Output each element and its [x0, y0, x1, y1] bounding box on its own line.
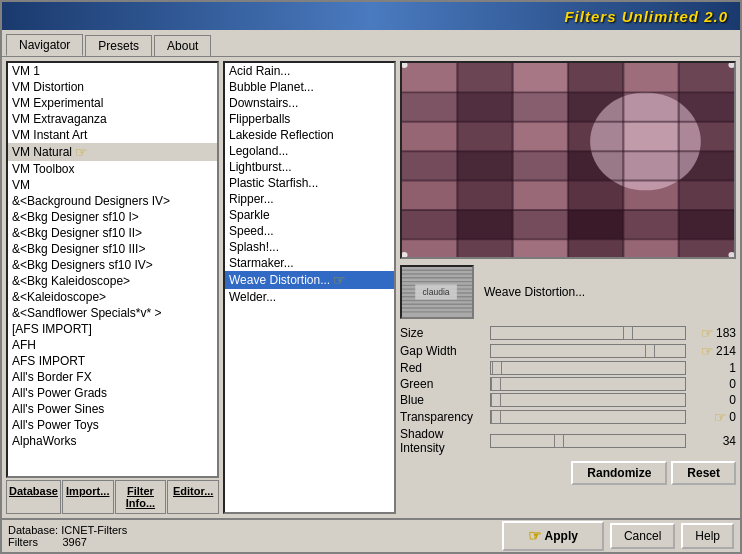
left-list-item[interactable]: VM: [8, 177, 217, 193]
left-list-item[interactable]: All's Border FX: [8, 369, 217, 385]
param-arrow-icon: ☞: [714, 409, 727, 425]
apply-button[interactable]: ☞ Apply: [502, 521, 604, 551]
preview-box: [400, 61, 736, 259]
middle-list-item[interactable]: Plastic Starfish...: [225, 175, 394, 191]
middle-list-item[interactable]: Downstairs...: [225, 95, 394, 111]
param-slider[interactable]: [490, 326, 686, 340]
middle-list-item[interactable]: Welder...: [225, 289, 394, 305]
editor-button[interactable]: Editor...: [167, 480, 219, 514]
param-value-text: 0: [729, 410, 736, 424]
left-list-item[interactable]: All's Power Toys: [8, 417, 217, 433]
left-list-item[interactable]: All's Power Grads: [8, 385, 217, 401]
left-list-item[interactable]: &<Bkg Designers sf10 IV>: [8, 257, 217, 273]
hand-icon: ☞: [333, 272, 346, 288]
left-list-item[interactable]: AlphaWorks: [8, 433, 217, 449]
title-bar: Filters Unlimited 2.0: [2, 2, 740, 30]
main-window: Filters Unlimited 2.0 Navigator Presets …: [0, 0, 742, 554]
left-list-item[interactable]: VM Experimental: [8, 95, 217, 111]
left-list-item[interactable]: VM Natural☞: [8, 143, 217, 161]
middle-list-item[interactable]: Flipperballs: [225, 111, 394, 127]
right-actions: Randomize Reset: [400, 461, 736, 485]
middle-list-item[interactable]: Acid Rain...: [225, 63, 394, 79]
param-slider[interactable]: [490, 377, 686, 391]
param-value: 0: [686, 377, 736, 391]
left-list-item[interactable]: VM Extravaganza: [8, 111, 217, 127]
param-slider[interactable]: [490, 410, 686, 424]
param-value: 34: [686, 434, 736, 448]
filter-thumbnail: claudia: [400, 265, 474, 319]
param-label: Blue: [400, 393, 490, 407]
randomize-button[interactable]: Randomize: [571, 461, 667, 485]
tab-navigator[interactable]: Navigator: [6, 34, 83, 56]
middle-list-item[interactable]: Sparkle: [225, 207, 394, 223]
param-slider[interactable]: [490, 361, 686, 375]
param-row: Shadow Intensity34: [400, 427, 736, 455]
left-list-item[interactable]: &<Bkg Designer sf10 III>: [8, 241, 217, 257]
left-list-item[interactable]: [AFS IMPORT]: [8, 321, 217, 337]
left-list-item[interactable]: AFH: [8, 337, 217, 353]
param-arrow-icon: ☞: [701, 325, 714, 341]
left-list-item[interactable]: &<Bkg Kaleidoscope>: [8, 273, 217, 289]
param-slider[interactable]: [490, 344, 686, 358]
tabs-row: Navigator Presets About: [2, 30, 740, 57]
param-slider[interactable]: [490, 393, 686, 407]
param-label: Size: [400, 326, 490, 340]
main-content: VM 1VM DistortionVM ExperimentalVM Extra…: [2, 57, 740, 518]
param-row: Size☞183: [400, 325, 736, 341]
reset-button[interactable]: Reset: [671, 461, 736, 485]
middle-list-item[interactable]: Splash!...: [225, 239, 394, 255]
tab-presets[interactable]: Presets: [85, 35, 152, 56]
param-value-text: 1: [729, 361, 736, 375]
middle-list-item[interactable]: Lightburst...: [225, 159, 394, 175]
param-row: Gap Width☞214: [400, 343, 736, 359]
param-label: Transparency: [400, 410, 490, 424]
middle-list-item[interactable]: Starmaker...: [225, 255, 394, 271]
footer: Database: ICNET-Filters Filters 3967 ☞ A…: [2, 518, 740, 552]
database-button[interactable]: Database: [6, 480, 61, 514]
help-button[interactable]: Help: [681, 523, 734, 549]
left-list-item[interactable]: VM Distortion: [8, 79, 217, 95]
middle-list-item[interactable]: Ripper...: [225, 191, 394, 207]
param-row: Blue0: [400, 393, 736, 407]
param-arrow-icon: ☞: [701, 343, 714, 359]
params-table: Size☞183Gap Width☞214Red1Green0Blue0Tran…: [400, 325, 736, 457]
left-list-item[interactable]: &<Sandflower Specials*v* >: [8, 305, 217, 321]
right-panel: claudia Weave Distortion... Size☞183Gap …: [400, 61, 736, 514]
param-row: Transparency☞0: [400, 409, 736, 425]
left-list-item[interactable]: AFS IMPORT: [8, 353, 217, 369]
middle-list-item[interactable]: Speed...: [225, 223, 394, 239]
param-slider-container: [490, 326, 686, 340]
left-list-item[interactable]: All's Power Sines: [8, 401, 217, 417]
middle-list-item[interactable]: Lakeside Reflection: [225, 127, 394, 143]
cancel-button[interactable]: Cancel: [610, 523, 675, 549]
hand-icon: ☞: [75, 144, 88, 160]
left-list-item[interactable]: VM Instant Art: [8, 127, 217, 143]
tab-about[interactable]: About: [154, 35, 211, 56]
left-list-item[interactable]: &<Background Designers IV>: [8, 193, 217, 209]
param-row: Green0: [400, 377, 736, 391]
middle-list-item[interactable]: Weave Distortion...☞: [225, 271, 394, 289]
param-value-text: 214: [716, 344, 736, 358]
middle-list-item[interactable]: Bubble Planet...: [225, 79, 394, 95]
param-value-text: 0: [729, 393, 736, 407]
title-bar-text: Filters Unlimited 2.0: [564, 8, 728, 25]
middle-list-item[interactable]: Legoland...: [225, 143, 394, 159]
param-value-text: 183: [716, 326, 736, 340]
param-slider-container: [490, 393, 686, 407]
param-value: ☞214: [686, 343, 736, 359]
filter-list[interactable]: Acid Rain...Bubble Planet...Downstairs..…: [223, 61, 396, 514]
category-list[interactable]: VM 1VM DistortionVM ExperimentalVM Extra…: [6, 61, 219, 478]
import-button[interactable]: Import...: [62, 480, 114, 514]
param-slider-container: [490, 361, 686, 375]
footer-info: Database: ICNET-Filters Filters 3967: [8, 524, 496, 548]
param-slider-container: [490, 377, 686, 391]
param-value: ☞0: [686, 409, 736, 425]
left-list-item[interactable]: &<Bkg Designer sf10 I>: [8, 209, 217, 225]
left-list-item[interactable]: VM 1: [8, 63, 217, 79]
param-value: 0: [686, 393, 736, 407]
left-list-item[interactable]: VM Toolbox: [8, 161, 217, 177]
param-slider[interactable]: [490, 434, 686, 448]
left-list-item[interactable]: &<Kaleidoscope>: [8, 289, 217, 305]
left-list-item[interactable]: &<Bkg Designer sf10 II>: [8, 225, 217, 241]
filter-info-button[interactable]: Filter Info...: [115, 480, 167, 514]
